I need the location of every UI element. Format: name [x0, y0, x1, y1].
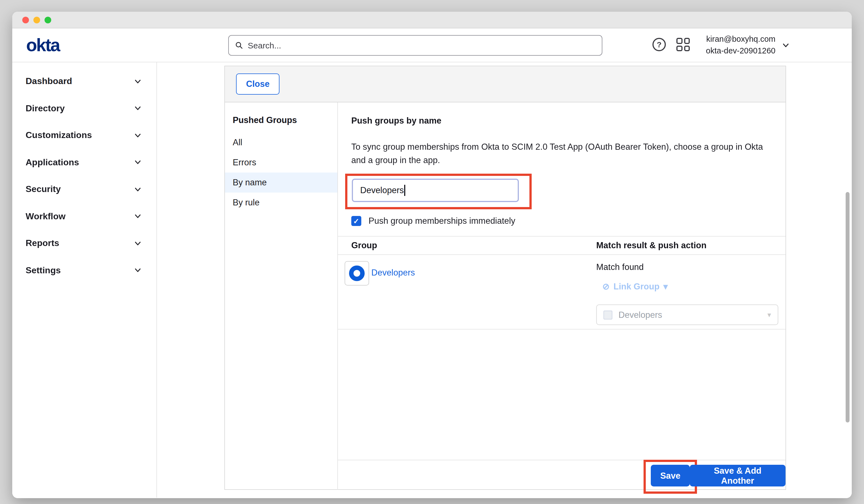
- match-table-header: Group Match result & push action: [338, 236, 785, 255]
- app-header: okta ? kiran@boxyhq.com o: [12, 28, 852, 62]
- close-button[interactable]: Close: [236, 73, 279, 95]
- sidebar-item-label: Settings: [26, 265, 61, 276]
- push-groups-panel: Close Pushed Groups All Errors By name B…: [224, 66, 786, 490]
- push-immediately-label: Push group memberships immediately: [369, 216, 515, 226]
- chevron-down-icon: [134, 240, 141, 247]
- text-cursor: [405, 185, 405, 196]
- subnav-item-errors[interactable]: Errors: [225, 153, 337, 172]
- sidebar-item-label: Customizations: [26, 131, 92, 141]
- footer-bar: Save Save & Add Another: [338, 460, 785, 490]
- column-header-group: Group: [338, 240, 596, 251]
- window-zoom-button[interactable]: [45, 16, 51, 23]
- window-titlebar: [12, 12, 852, 28]
- chevron-down-icon: [134, 267, 141, 274]
- panel-toolbar: Close: [225, 66, 785, 103]
- content-description: To sync group memberships from Okta to S…: [351, 140, 775, 167]
- sidebar-item-label: Reports: [26, 239, 59, 249]
- search-icon: [236, 42, 243, 49]
- link-group-icon: ⊘: [602, 281, 610, 292]
- sidebar-item-applications[interactable]: Applications: [12, 149, 156, 176]
- sidebar-item-reports[interactable]: Reports: [12, 230, 156, 257]
- group-input-value: Developers: [360, 185, 404, 195]
- browser-window: okta ? kiran@boxyhq.com o: [12, 12, 852, 498]
- content-title: Push groups by name: [351, 116, 442, 126]
- search-input[interactable]: [248, 41, 595, 50]
- apps-grid-icon[interactable]: [676, 38, 690, 51]
- user-org: okta-dev-20901260: [706, 45, 776, 57]
- chevron-down-icon: [134, 78, 141, 85]
- grid-square: [676, 38, 682, 44]
- group-name-input[interactable]: Developers: [352, 179, 519, 202]
- push-by-name-content: Push groups by name To sync group member…: [338, 103, 785, 490]
- sidebar-item-label: Security: [26, 184, 61, 194]
- sidebar: Dashboard Directory Customizations Appli…: [12, 62, 157, 497]
- link-group-button[interactable]: ⊘ Link Group ▾: [602, 281, 668, 292]
- chevron-down-icon: [134, 213, 141, 220]
- sidebar-item-dashboard[interactable]: Dashboard: [12, 68, 156, 95]
- app-body: Dashboard Directory Customizations Appli…: [12, 62, 852, 497]
- pushed-groups-subnav: Pushed Groups All Errors By name By rule: [225, 103, 338, 490]
- vertical-scrollbar[interactable]: [845, 192, 850, 422]
- global-search[interactable]: [228, 35, 602, 56]
- sidebar-item-label: Applications: [26, 157, 79, 168]
- target-group-value: Developers: [619, 310, 761, 320]
- help-icon[interactable]: ?: [652, 38, 666, 51]
- group-name-link[interactable]: Developers: [371, 268, 415, 278]
- help-glyph: ?: [657, 40, 661, 49]
- group-logo: [345, 261, 369, 286]
- target-group-select[interactable]: Developers ▾: [596, 304, 778, 325]
- user-menu[interactable]: kiran@boxyhq.com okta-dev-20901260: [706, 33, 789, 57]
- subnav-item-by-name[interactable]: By name: [225, 172, 337, 193]
- check-icon: ✓: [353, 217, 359, 225]
- select-thumbnail: [603, 310, 612, 319]
- sidebar-item-customizations[interactable]: Customizations: [12, 122, 156, 149]
- save-button[interactable]: Save: [651, 465, 690, 487]
- sidebar-item-security[interactable]: Security: [12, 176, 156, 203]
- window-close-button[interactable]: [22, 16, 29, 23]
- subnav-item-by-rule[interactable]: By rule: [225, 193, 337, 213]
- subnav-title: Pushed Groups: [225, 110, 337, 132]
- match-status-text: Match found: [596, 262, 644, 272]
- annotation-box-group-input: Developers: [345, 174, 532, 209]
- chevron-down-icon: [134, 159, 141, 166]
- row-divider: [338, 329, 785, 329]
- chevron-down-icon: [134, 105, 141, 112]
- sidebar-item-label: Dashboard: [26, 76, 72, 86]
- user-account-text: kiran@boxyhq.com okta-dev-20901260: [706, 33, 776, 57]
- sidebar-item-directory[interactable]: Directory: [12, 95, 156, 122]
- panel-body: Pushed Groups All Errors By name By rule…: [225, 103, 785, 490]
- user-email: kiran@boxyhq.com: [706, 33, 776, 45]
- chevron-down-icon: [134, 132, 141, 139]
- grid-square: [676, 45, 682, 51]
- okta-logo: okta: [26, 35, 60, 56]
- grid-square: [684, 38, 690, 44]
- chevron-down-icon: [782, 42, 789, 49]
- save-add-another-button[interactable]: Save & Add Another: [690, 465, 785, 487]
- annotation-box-save: Save: [644, 460, 697, 494]
- subnav-item-all[interactable]: All: [225, 132, 337, 153]
- window-minimize-button[interactable]: [33, 16, 40, 23]
- desktop: okta ? kiran@boxyhq.com o: [0, 0, 864, 504]
- link-group-label: Link Group: [613, 281, 659, 292]
- sidebar-item-label: Workflow: [26, 212, 65, 221]
- push-immediately-checkbox[interactable]: ✓: [351, 216, 361, 226]
- sidebar-item-settings[interactable]: Settings: [12, 257, 156, 284]
- group-logo-icon: [349, 265, 365, 281]
- sidebar-item-workflow[interactable]: Workflow: [12, 203, 156, 230]
- grid-square: [684, 45, 690, 51]
- main-area: Close Pushed Groups All Errors By name B…: [157, 62, 852, 497]
- push-immediately-row: ✓ Push group memberships immediately: [351, 216, 515, 226]
- caret-down-icon: ▾: [767, 311, 771, 319]
- caret-down-icon: ▾: [663, 281, 668, 292]
- column-header-match: Match result & push action: [596, 240, 706, 251]
- chevron-down-icon: [134, 186, 141, 193]
- sidebar-item-label: Directory: [26, 104, 65, 113]
